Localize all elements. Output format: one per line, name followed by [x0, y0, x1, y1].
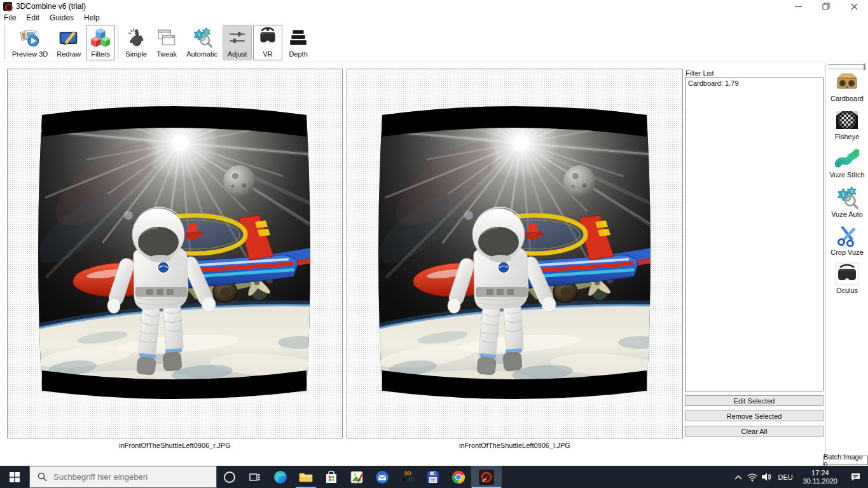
- edge-icon[interactable]: [268, 466, 293, 488]
- sidebar-item-crop-vuze[interactable]: Crop Vuze: [827, 224, 867, 261]
- sidebar-item-label: Crop Vuze: [830, 248, 864, 256]
- task-view-icon[interactable]: [242, 466, 268, 488]
- menu-help[interactable]: Help: [79, 13, 105, 24]
- svg-text:3: 3: [850, 189, 853, 194]
- stereo-photo-left: [36, 101, 313, 406]
- batch-status: Batch Image 0: [823, 456, 868, 465]
- simple-button[interactable]: Simple: [121, 25, 151, 60]
- preview-3d-button[interactable]: Preview 3D: [8, 25, 52, 60]
- adjust-button[interactable]: Adjust: [223, 25, 252, 60]
- toolbar: Preview 3D Redraw Filte: [0, 24, 868, 62]
- sidebar-item-oculus[interactable]: Oculus: [827, 262, 867, 299]
- toolbar-label: Tweak: [156, 50, 177, 58]
- sidebar-item-label: Cardboard: [830, 95, 864, 102]
- cardboard-icon: [835, 70, 859, 94]
- sidebar-item-label: Vuze Stitch: [829, 171, 864, 179]
- clock[interactable]: 17:24 30.11.2020: [798, 469, 843, 485]
- search-icon: [38, 472, 47, 482]
- system-tray: DEU 17:24 30.11.2020: [731, 466, 868, 488]
- preview-3d-icon: [19, 27, 41, 48]
- wifi-icon[interactable]: [745, 466, 759, 488]
- tweak-icon: [156, 27, 177, 48]
- automatic-icon: 1 3 2: [191, 27, 213, 48]
- taskbar-search[interactable]: [29, 466, 217, 488]
- automatic-button[interactable]: 1 3 2 Automatic: [183, 25, 221, 60]
- depth-icon: [287, 27, 309, 48]
- fisheye-icon: [835, 108, 859, 132]
- filters-button[interactable]: Filters: [86, 25, 115, 60]
- menu-file[interactable]: File: [0, 13, 21, 24]
- sidebar-item-vuze-auto[interactable]: 1 3 2 Vuze Auto: [827, 186, 867, 222]
- minimize-button[interactable]: [784, 0, 812, 13]
- sidebar-scrollbar[interactable]: [829, 64, 865, 69]
- hidden-icons-chevron[interactable]: [731, 466, 745, 488]
- tray-time: 17:24: [803, 469, 837, 477]
- cortana-icon[interactable]: [217, 466, 242, 488]
- sidebar-item-vuze-stitch[interactable]: Vuze Stitch: [827, 146, 867, 183]
- stereo-photo-right: [376, 101, 653, 406]
- chrome-icon[interactable]: [446, 466, 471, 488]
- remove-selected-button[interactable]: Remove Selected: [685, 410, 823, 421]
- mail-icon[interactable]: [369, 466, 395, 488]
- toolbar-label: Automatic: [186, 50, 217, 58]
- menu-guides[interactable]: Guides: [45, 13, 79, 24]
- taskbar: 3D: [0, 466, 868, 488]
- vr-button[interactable]: VR: [253, 25, 282, 60]
- tweak-button[interactable]: Tweak: [152, 25, 181, 60]
- left-image-filename: inFrontOfTheShuttleLeft0906_r.JPG: [7, 442, 343, 449]
- file-explorer-icon[interactable]: [293, 466, 319, 488]
- sidebar-item-label: Fisheye: [835, 133, 860, 140]
- floppy-save-icon[interactable]: [420, 466, 446, 488]
- menu-edit[interactable]: Edit: [21, 13, 45, 24]
- title-bar: 3DCombine v6 (trial): [0, 0, 868, 13]
- svg-text:3D: 3D: [404, 470, 411, 477]
- windows-logo-icon: [10, 472, 20, 482]
- vuze-stitch-icon: [835, 146, 859, 170]
- start-button[interactable]: [0, 466, 29, 488]
- left-image-canvas[interactable]: [7, 69, 343, 438]
- filter-list[interactable]: Cardboard: 1.79: [685, 78, 823, 391]
- close-button[interactable]: [840, 0, 868, 13]
- store-icon[interactable]: [319, 466, 344, 488]
- volume-icon[interactable]: [759, 466, 773, 488]
- crop-vuze-icon: [835, 224, 859, 248]
- restore-button[interactable]: [812, 0, 840, 13]
- toolbar-label: Depth: [289, 50, 307, 58]
- sidebar-item-label: Vuze Auto: [831, 210, 863, 218]
- toolbar-label: Preview 3D: [12, 50, 48, 58]
- application-window: 3DCombine v6 (trial) File Edit Guides He…: [0, 0, 868, 488]
- window-title: 3DCombine v6 (trial): [16, 2, 86, 11]
- language-indicator[interactable]: DEU: [773, 473, 798, 481]
- simple-icon: [125, 27, 147, 48]
- clear-all-button[interactable]: Clear All: [685, 426, 823, 437]
- svg-text:1: 1: [842, 191, 845, 198]
- app-icon: [3, 2, 12, 11]
- action-center-icon[interactable]: [843, 466, 868, 488]
- image-editor-icon[interactable]: [344, 466, 369, 488]
- depth-button[interactable]: Depth: [284, 25, 313, 60]
- svg-text:1: 1: [197, 32, 200, 37]
- svg-text:3: 3: [205, 30, 207, 34]
- vuze-auto-icon: 1 3 2: [835, 186, 859, 210]
- 3dcombine-taskbar-icon[interactable]: [471, 466, 502, 488]
- toolbar-label: Filters: [91, 50, 110, 58]
- redraw-button[interactable]: Redraw: [53, 25, 85, 60]
- filter-list-item[interactable]: Cardboard: 1.79: [685, 78, 823, 88]
- right-image-canvas[interactable]: [347, 69, 683, 438]
- workspace: inFrontOfTheShuttleLeft0906_r.JPG inFron…: [0, 62, 868, 466]
- menu-bar: File Edit Guides Help: [0, 13, 868, 24]
- toolbar-label: Redraw: [57, 50, 81, 58]
- sidebar-item-fisheye[interactable]: Fisheye: [827, 108, 867, 145]
- search-input[interactable]: [53, 472, 200, 482]
- toolbar-separator: [4, 25, 6, 60]
- filter-list-label: Filter List: [685, 69, 714, 77]
- sidebar-item-cardboard[interactable]: Cardboard: [827, 70, 867, 107]
- filters-icon: [90, 27, 111, 48]
- oculus-icon: [835, 262, 859, 286]
- adjust-icon: [226, 27, 248, 48]
- 3d-glasses-icon[interactable]: 3D: [395, 466, 420, 488]
- vr-icon: [257, 27, 279, 48]
- edit-selected-button[interactable]: Edit Selected: [685, 395, 823, 406]
- toolbar-label: Adjust: [228, 50, 247, 58]
- right-image-filename: inFrontOfTheShuttleLeft0906_l.JPG: [347, 442, 683, 449]
